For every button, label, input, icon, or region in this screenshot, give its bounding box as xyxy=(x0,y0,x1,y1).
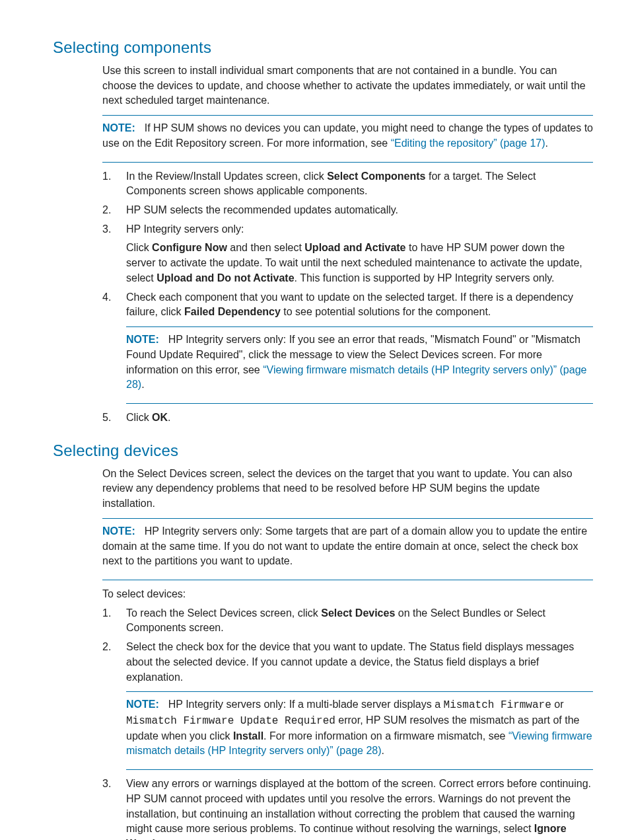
note-label: NOTE: xyxy=(102,122,135,134)
text: Select the check box for the device that… xyxy=(126,641,574,682)
note-tail: . xyxy=(545,137,548,149)
note-text: NOTE:HP Integrity servers only: If a mul… xyxy=(126,697,593,759)
note-text: NOTE:If HP SUM shows no devices you can … xyxy=(102,121,593,151)
note-box: NOTE:HP Integrity servers only: Some tar… xyxy=(102,518,593,580)
text: HP Integrity servers only: xyxy=(126,223,244,235)
text: or xyxy=(551,699,564,710)
step-3-sub: Click Configure Now and then select Uplo… xyxy=(126,241,593,286)
text: Click xyxy=(126,242,152,253)
text: to see potential solutions for the compo… xyxy=(281,306,491,317)
text: and then select xyxy=(227,242,304,253)
link-editing-repository[interactable]: “Editing the repository” (page 17) xyxy=(391,137,545,149)
step-5: Click OK. xyxy=(102,410,593,426)
step-2: Select the check box for the device that… xyxy=(102,640,593,770)
section2-body: On the Select Devices screen, select the… xyxy=(102,467,593,840)
note-body: HP Integrity servers only: Some targets … xyxy=(102,525,587,566)
text: In the Review/Install Updates screen, cl… xyxy=(126,171,327,182)
note-label: NOTE: xyxy=(102,525,135,537)
bold-upload-no-activate: Upload and Do not Activate xyxy=(157,272,294,284)
steps-list-1: In the Review/Install Updates screen, cl… xyxy=(102,169,593,426)
bold-ok: OK xyxy=(152,412,168,423)
mono-mismatch-firmware: Mismatch Firmware xyxy=(444,699,551,711)
step-4: Check each component that you want to up… xyxy=(102,290,593,404)
intro-paragraph: Use this screen to install individual sm… xyxy=(102,63,593,108)
bold-configure-now: Configure Now xyxy=(152,242,227,253)
text: . This function is supported by HP Integ… xyxy=(295,272,555,284)
text: Click xyxy=(126,412,152,423)
note-tail: . xyxy=(141,379,144,390)
text: To reach the Select Devices screen, clic… xyxy=(126,607,321,619)
note-text: NOTE:HP Integrity servers only: If you s… xyxy=(126,332,593,393)
lead-text: To select devices: xyxy=(102,587,593,602)
mono-mismatch-required: Mismatch Firmware Update Required xyxy=(126,715,335,727)
note-body: HP Integrity servers only: If a multi-bl… xyxy=(168,699,444,710)
note-label: NOTE: xyxy=(126,699,159,710)
bold-install: Install xyxy=(233,730,263,742)
note-tail: . xyxy=(382,745,384,756)
heading-selecting-devices: Selecting devices xyxy=(53,441,593,460)
steps-list-2: To reach the Select Devices screen, clic… xyxy=(102,606,593,840)
note-box: NOTE:HP Integrity servers only: If you s… xyxy=(126,326,593,404)
step-3: HP Integrity servers only: Click Configu… xyxy=(102,222,593,286)
text: View any errors or warnings displayed at… xyxy=(126,778,591,834)
text: . xyxy=(168,412,170,423)
bold-failed-dependency: Failed Dependency xyxy=(184,306,281,317)
step-2: HP SUM selects the recommended updates a… xyxy=(102,203,593,218)
bold-select-components: Select Components xyxy=(327,171,425,182)
bold-select-devices: Select Devices xyxy=(321,607,395,619)
text: . For more information on a firmware mis… xyxy=(263,730,508,742)
step-1: To reach the Select Devices screen, clic… xyxy=(102,606,593,636)
section1-body: Use this screen to install individual sm… xyxy=(102,63,593,426)
heading-selecting-components: Selecting components xyxy=(53,38,593,57)
intro-paragraph: On the Select Devices screen, select the… xyxy=(102,467,593,512)
step-3: View any errors or warnings displayed at… xyxy=(102,777,593,840)
note-label: NOTE: xyxy=(126,334,159,345)
bold-upload-activate: Upload and Activate xyxy=(304,242,405,253)
step-1: In the Review/Install Updates screen, cl… xyxy=(102,169,593,199)
note-box: NOTE:HP Integrity servers only: If a mul… xyxy=(126,691,593,770)
note-box: NOTE:If HP SUM shows no devices you can … xyxy=(102,115,593,162)
note-text: NOTE:HP Integrity servers only: Some tar… xyxy=(102,524,593,569)
document-page: Selecting components Use this screen to … xyxy=(0,0,630,840)
